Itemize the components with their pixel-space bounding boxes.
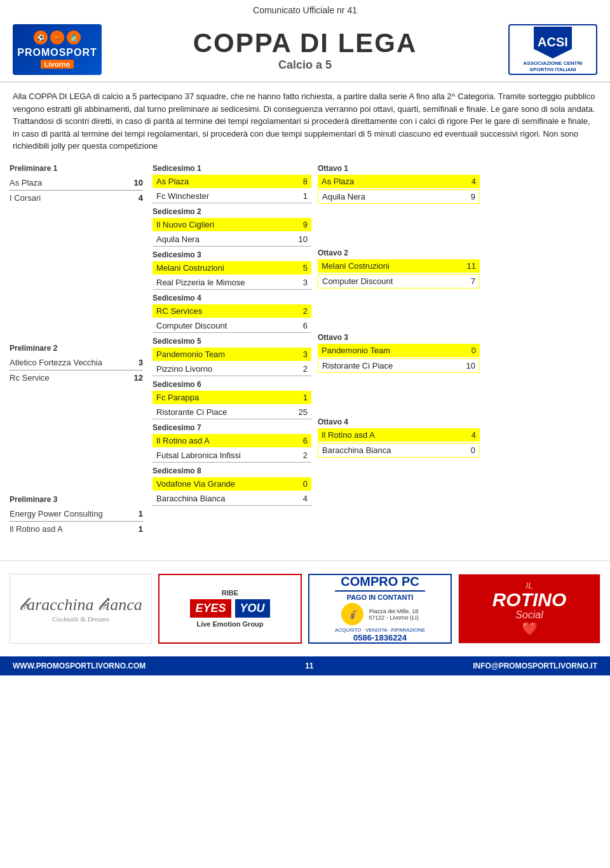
prelim-3: Preliminare 3 Energy Power Consulting 1 … bbox=[10, 495, 143, 535]
sedi-4-team-2: Computer Discount 6 bbox=[152, 319, 311, 333]
sedi-7-team-1: Il Rotino asd A 6 bbox=[152, 434, 311, 447]
sedi-6-team-1: Fc Parappa 1 bbox=[152, 391, 311, 404]
sedi-4-team-1: RC Services 2 bbox=[152, 304, 311, 318]
bracket-area: Preliminare 1 As Plaza 10 I Corsari 4 Pr… bbox=[0, 158, 610, 554]
ottavo-2: Ottavo 2 Melani Costruzioni 11 Computer … bbox=[318, 248, 480, 288]
sedi-4: Sedicesimo 4 RC Services 2 Computer Disc… bbox=[152, 294, 311, 333]
sedi-1: Sedicesimo 1 As Plaza 8 Fc Winchester 1 bbox=[152, 164, 311, 203]
sedi-3-team-2: Real Pizzeria le Mimose 3 bbox=[152, 276, 311, 290]
acsi-logo: ACSI ASSOCIAZIONE CENTRISPORTIVI ITALIAN… bbox=[508, 24, 597, 75]
ottavo-1-team-2: Aquila Nera 9 bbox=[318, 189, 480, 204]
ottavo-2-label: Ottavo 2 bbox=[318, 248, 480, 257]
sedi-5-label: Sedicesimo 5 bbox=[152, 337, 311, 346]
sedi-8-team-1: Vodafone Via Grande 0 bbox=[152, 477, 311, 491]
footer-ads: 𝒷aracchina 𝒷ianca Cocktails & Dreams RIB… bbox=[0, 560, 610, 656]
sedi-5-team-2: Pizzino Livorno 2 bbox=[152, 362, 311, 376]
page-title: Comunicato Ufficiale nr 41 bbox=[0, 0, 610, 18]
ottavo-4: Ottavo 4 Il Rotino asd A 4 Baracchina Bi… bbox=[318, 417, 480, 458]
ottavo-1-team-1: As Plaza 4 bbox=[318, 175, 480, 188]
sedi-6-team-2: Ristorante Ci Piace 25 bbox=[152, 405, 311, 419]
logo-icon-2: 🏃 bbox=[50, 31, 64, 44]
logo-icon-3: 🎽 bbox=[67, 31, 81, 44]
promosport-logo: ⚽ 🏃 🎽 PROMOSPORT Livorno bbox=[13, 24, 102, 75]
prelim-2-team-1: Atletico Fortezza Vecchia 3 bbox=[10, 356, 143, 369]
sedi-2-team-1: Il Nuovo Ciglieri 9 bbox=[152, 218, 311, 231]
logo-text: PROMOSPORT bbox=[17, 47, 97, 58]
sedi-1-label: Sedicesimo 1 bbox=[152, 164, 311, 173]
ottavo-1: Ottavo 1 As Plaza 4 Aquila Nera 9 bbox=[318, 164, 480, 204]
sedi-7-label: Sedicesimo 7 bbox=[152, 423, 311, 432]
logo-city: Livorno bbox=[41, 60, 74, 69]
ottavo-3: Ottavo 3 Pandemonio Team 0 Ristorante Ci… bbox=[318, 333, 480, 373]
acsi-subtext: ASSOCIAZIONE CENTRISPORTIVI ITALIANI bbox=[524, 60, 583, 72]
prelim-1: Preliminare 1 As Plaza 10 I Corsari 4 bbox=[10, 164, 143, 204]
ottavo-3-label: Ottavo 3 bbox=[318, 333, 480, 342]
sedi-7: Sedicesimo 7 Il Rotino asd A 6 Futsal La… bbox=[152, 423, 311, 463]
col-preliminare: Preliminare 1 As Plaza 10 I Corsari 4 Pr… bbox=[10, 164, 149, 548]
sedi-4-label: Sedicesimo 4 bbox=[152, 294, 311, 302]
ottavo-3-team-1: Pandemonio Team 0 bbox=[318, 344, 480, 357]
sedi-2: Sedicesimo 2 Il Nuovo Ciglieri 9 Aquila … bbox=[152, 207, 311, 247]
ottavo-3-team-2: Ristorante Ci Piace 10 bbox=[318, 358, 480, 373]
sedi-5-team-1: Pandemonio Team 3 bbox=[152, 348, 311, 361]
coppa-subtitle: Calcio a 5 bbox=[193, 58, 417, 72]
sedi-3: Sedicesimo 3 Melani Costruzioni 5 Real P… bbox=[152, 250, 311, 290]
header: ⚽ 🏃 🎽 PROMOSPORT Livorno COPPA DI LEGA C… bbox=[0, 18, 610, 83]
ottavo-4-team-1: Il Rotino asd A 4 bbox=[318, 428, 480, 442]
sedi-6-label: Sedicesimo 6 bbox=[152, 380, 311, 389]
sedi-2-team-2: Aquila Nera 10 bbox=[152, 233, 311, 247]
sedi-5: Sedicesimo 5 Pandemonio Team 3 Pizzino L… bbox=[152, 337, 311, 376]
ottavo-4-team-2: Baracchina Bianca 0 bbox=[318, 443, 480, 458]
prelim-3-team-2: Il Rotino asd A 1 bbox=[10, 523, 143, 535]
bottom-bar: WWW.PROMOSPORTLIVORNO.COM 11 INFO@PROMOS… bbox=[0, 656, 610, 675]
ottavo-4-label: Ottavo 4 bbox=[318, 417, 480, 426]
sedi-8: Sedicesimo 8 Vodafone Via Grande 0 Barac… bbox=[152, 466, 311, 506]
acsi-shield: ACSI bbox=[534, 27, 572, 58]
sedi-2-label: Sedicesimo 2 bbox=[152, 207, 311, 216]
main-title-block: COPPA DI LEGA Calcio a 5 bbox=[193, 28, 417, 72]
sedi-7-team-2: Futsal Labronica Infissi 2 bbox=[152, 449, 311, 463]
website-link[interactable]: WWW.PROMOSPORTLIVORNO.COM bbox=[13, 661, 146, 670]
coppa-title: COPPA DI LEGA bbox=[193, 28, 417, 58]
sedi-8-label: Sedicesimo 8 bbox=[152, 466, 311, 475]
ottavo-2-team-1: Melani Costruzioni 11 bbox=[318, 259, 480, 273]
sedi-3-label: Sedicesimo 3 bbox=[152, 250, 311, 259]
sedi-8-team-2: Baracchina Bianca 4 bbox=[152, 492, 311, 506]
sedi-1-team-2: Fc Winchester 1 bbox=[152, 189, 311, 203]
logo-icon-1: ⚽ bbox=[34, 31, 48, 44]
prelim-1-team-2: I Corsari 4 bbox=[10, 192, 143, 204]
intro-text: Alla COPPA DI LEGA di calcio a 5 parteci… bbox=[0, 83, 610, 158]
sedi-1-team-1: As Plaza 8 bbox=[152, 175, 311, 188]
col-sedicesimo: Sedicesimo 1 As Plaza 8 Fc Winchester 1 … bbox=[149, 164, 315, 548]
prelim-3-label: Preliminare 3 bbox=[10, 495, 143, 504]
prelim-1-team-1: As Plaza 10 bbox=[10, 177, 143, 189]
ad-baracchina: 𝒷aracchina 𝒷ianca Cocktails & Dreams bbox=[10, 574, 152, 644]
col-ottavo: Ottavo 1 As Plaza 4 Aquila Nera 9 Ottavo… bbox=[315, 164, 480, 548]
ad-rotino: IL ROTINO Social ❤️ bbox=[458, 574, 600, 644]
sedi-6: Sedicesimo 6 Fc Parappa 1 Ristorante Ci … bbox=[152, 380, 311, 419]
prelim-2-label: Preliminare 2 bbox=[10, 344, 143, 353]
ottavo-1-label: Ottavo 1 bbox=[318, 164, 480, 173]
ad-compro: COMPRO PC PAGO IN CONTANTI 💰 Piazza dei … bbox=[308, 574, 452, 644]
prelim-2-team-2: Rc Service 12 bbox=[10, 372, 143, 384]
sedi-3-team-1: Melani Costruzioni 5 bbox=[152, 261, 311, 275]
ottavo-2-team-2: Computer Discount 7 bbox=[318, 274, 480, 288]
ad-emotion: RIBE EYES YOU Live Emotion Group bbox=[158, 574, 302, 644]
prelim-1-label: Preliminare 1 bbox=[10, 164, 143, 173]
email-link[interactable]: INFO@PROMOSPORTLIVORNO.IT bbox=[473, 661, 597, 670]
page-number: 11 bbox=[305, 661, 313, 670]
prelim-2: Preliminare 2 Atletico Fortezza Vecchia … bbox=[10, 344, 143, 384]
prelim-3-team-1: Energy Power Consulting 1 bbox=[10, 508, 143, 520]
